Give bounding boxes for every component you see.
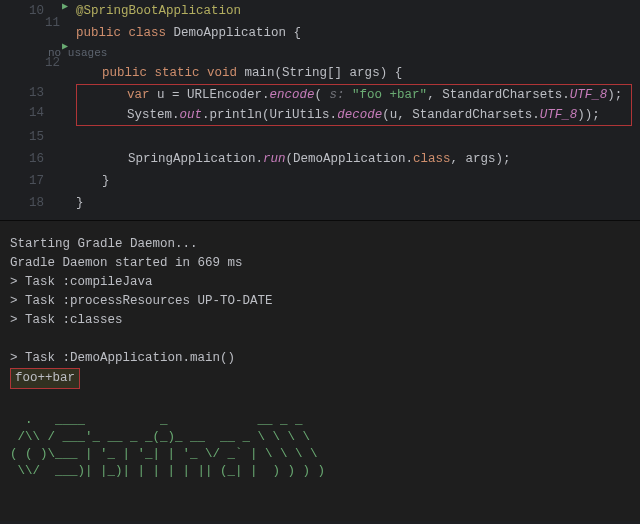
console-line: > Task :classes [10,311,630,330]
highlighted-output: foo++bar [10,368,80,389]
code-line-11[interactable]: 11 ▶ public class DemoApplication { [0,22,640,44]
code-text: public static void main(String[] args) { [80,64,640,83]
console-line: > Task :DemoApplication.main() [10,349,630,368]
console-line [10,330,630,349]
code-editor[interactable]: 10 @SpringBootApplication 11 ▶ public cl… [0,0,640,221]
code-line-10[interactable]: 10 @SpringBootApplication [0,0,640,22]
code-line-14[interactable]: System.out.println(UriUtils.decode(u, St… [77,105,631,125]
code-line-16[interactable]: 16 SpringApplication.run(DemoApplication… [0,148,640,170]
code-line-12[interactable]: 12 ▶ public static void main(String[] ar… [0,62,640,84]
spring-ascii-art: . ____ _ __ _ _ /\\ / ___'_ __ _ _(_)_ _… [10,412,630,480]
code-text: public class DemoApplication { [54,24,640,43]
code-text: } [54,194,640,213]
line-number: 18 [0,194,54,213]
highlighted-code-block: var u = URLEncoder.encode( s: "foo +bar"… [76,84,632,126]
console-line: > Task :processResources UP-TO-DATE [10,292,630,311]
line-number: 16 [0,150,54,169]
console-panel[interactable]: Starting Gradle Daemon... Gradle Daemon … [0,221,640,521]
code-line-18[interactable]: 18 } [0,192,640,214]
console-line: Starting Gradle Daemon... [10,235,630,254]
inlay-hint-usages: no usages [26,44,640,62]
line-number: 15 [0,128,54,147]
code-text: SpringApplication.run(DemoApplication.cl… [106,150,640,169]
console-line: > Task :compileJava [10,273,630,292]
code-text: System.out.println(UriUtils.decode(u, St… [77,106,631,125]
code-text: @SpringBootApplication [54,2,640,21]
code-line-17[interactable]: 17 } [0,170,640,192]
code-line-13[interactable]: var u = URLEncoder.encode( s: "foo +bar"… [77,85,631,105]
code-text: } [80,172,640,191]
console-output-line: foo++bar [10,368,630,387]
line-number: 17 [0,172,54,191]
console-line: Gradle Daemon started in 669 ms [10,254,630,273]
line-number: 14 [0,104,54,123]
code-text: var u = URLEncoder.encode( s: "foo +bar"… [77,86,631,105]
run-gutter-icon[interactable]: ▶ [62,0,68,14]
line-number: 13 [0,84,54,103]
run-gutter-icon[interactable]: ▶ [62,39,68,54]
code-line-15[interactable]: 15 [0,126,640,148]
console-line [10,387,630,406]
